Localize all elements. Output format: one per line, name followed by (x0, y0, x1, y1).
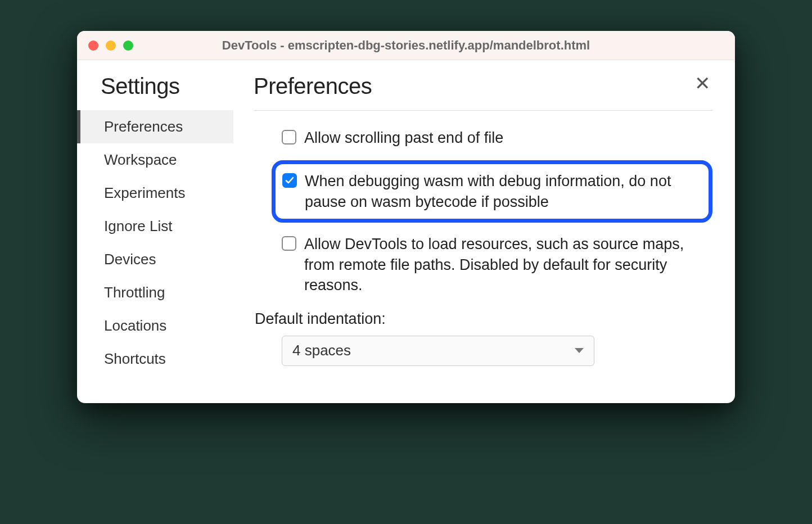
close-window-button[interactable] (88, 40, 98, 51)
window-titlebar: DevTools - emscripten-dbg-stories.netlif… (77, 31, 735, 60)
indentation-label: Default indentation: (255, 310, 712, 328)
preference-checkbox[interactable] (282, 130, 296, 144)
sidebar-item-locations[interactable]: Locations (77, 309, 233, 342)
chevron-down-icon (575, 348, 584, 353)
sidebar-item-preferences[interactable]: Preferences (77, 110, 233, 143)
indentation-value: 4 spaces (292, 342, 351, 359)
preference-row: When debugging wasm with debug informati… (272, 160, 712, 223)
preference-label: Allow DevTools to load resources, such a… (304, 234, 712, 295)
sidebar-item-shortcuts[interactable]: Shortcuts (77, 342, 233, 376)
sidebar-item-devices[interactable]: Devices (77, 243, 233, 276)
preference-label: Allow scrolling past end of file (304, 128, 503, 148)
settings-body: ✕ Settings PreferencesWorkspaceExperimen… (77, 60, 735, 403)
settings-sidebar: Settings PreferencesWorkspaceExperiments… (77, 60, 240, 403)
sidebar-title: Settings (97, 74, 240, 99)
preferences-panel: Preferences Allow scrolling past end of … (240, 60, 735, 403)
traffic-lights (88, 40, 133, 51)
preference-checkbox[interactable] (282, 236, 296, 251)
preference-checkbox[interactable] (282, 173, 297, 188)
preference-row: Allow scrolling past end of file (282, 128, 712, 148)
indentation-select[interactable]: 4 spaces (282, 336, 594, 366)
devtools-settings-window: DevTools - emscripten-dbg-stories.netlif… (77, 31, 735, 403)
sidebar-item-ignore-list[interactable]: Ignore List (77, 210, 233, 243)
sidebar-item-experiments[interactable]: Experiments (77, 177, 233, 210)
sidebar-list: PreferencesWorkspaceExperimentsIgnore Li… (97, 110, 240, 376)
sidebar-item-throttling[interactable]: Throttling (77, 276, 233, 309)
panel-title: Preferences (254, 74, 712, 111)
sidebar-item-workspace[interactable]: Workspace (77, 143, 233, 177)
preference-row: Allow DevTools to load resources, such a… (282, 234, 712, 295)
minimize-window-button[interactable] (106, 40, 116, 51)
preference-label: When debugging wasm with debug informati… (305, 171, 698, 212)
window-title: DevTools - emscripten-dbg-stories.netlif… (77, 38, 735, 53)
zoom-window-button[interactable] (123, 40, 133, 51)
preferences-group: Allow scrolling past end of fileWhen deb… (254, 128, 712, 296)
